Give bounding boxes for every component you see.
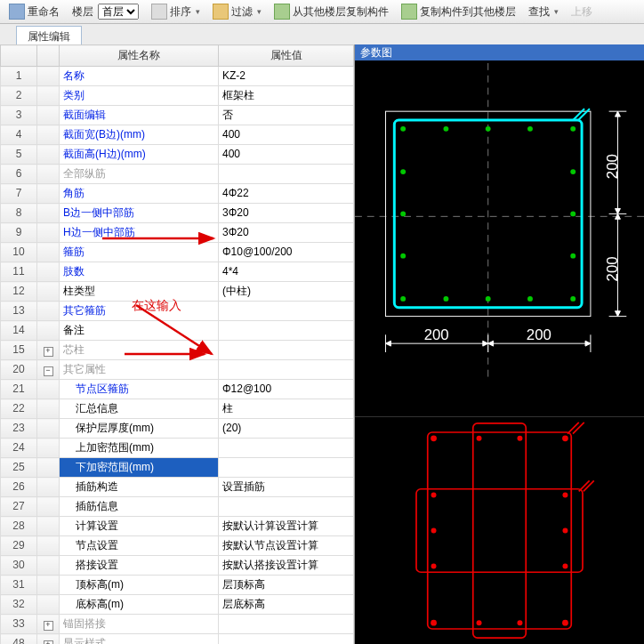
- diagram-title: 参数图: [355, 44, 644, 46]
- rename-button[interactable]: 重命名: [4, 2, 65, 21]
- find-button[interactable]: 查找▾: [523, 3, 564, 21]
- chevron-down-icon: ▾: [196, 7, 200, 16]
- filter-label: 过滤: [231, 4, 253, 20]
- copyfrom-label: 从其他楼层复制构件: [293, 4, 389, 20]
- header-blank: [1, 45, 37, 47]
- header-value: 属性值: [219, 45, 354, 47]
- header-exp: [37, 45, 60, 47]
- property-grid: 属性名称 属性值 1名称KZ-22类别框架柱3截面编辑否4截面宽(B边)(mm)…: [0, 44, 354, 46]
- property-grid-wrap[interactable]: 属性名称 属性值 1名称KZ-22类别框架柱3截面编辑否4截面宽(B边)(mm)…: [0, 44, 354, 46]
- diagram-panel: 参数图: [355, 44, 644, 46]
- floor-label: 楼层: [72, 4, 93, 20]
- main-toolbar: 重命名 楼层 首层 排序▾ 过滤▾ 从其他楼层复制构件 复制构件到其他楼层 查找…: [0, 0, 644, 24]
- filter-button[interactable]: 过滤▾: [207, 2, 267, 21]
- copyto-button[interactable]: 复制构件到其他楼层: [396, 2, 521, 21]
- header-name: 属性名称: [60, 45, 219, 47]
- up-button[interactable]: 上移: [566, 3, 598, 21]
- tab-property-edit[interactable]: 属性编辑: [16, 26, 82, 46]
- tab-bar: 属性编辑: [0, 24, 644, 46]
- up-label: 上移: [571, 4, 592, 20]
- copyfrom-button[interactable]: 从其他楼层复制构件: [269, 2, 394, 21]
- floor-select[interactable]: 首层: [98, 4, 139, 20]
- chevron-down-icon: ▾: [257, 7, 262, 16]
- chevron-down-icon: ▾: [554, 7, 559, 16]
- sort-label: 排序: [170, 4, 191, 20]
- copyto-label: 复制构件到其他楼层: [420, 4, 516, 20]
- sort-button[interactable]: 排序▾: [146, 2, 205, 21]
- floor-button[interactable]: 楼层 首层: [67, 2, 144, 21]
- find-label: 查找: [528, 4, 550, 20]
- rename-label: 重命名: [28, 4, 60, 20]
